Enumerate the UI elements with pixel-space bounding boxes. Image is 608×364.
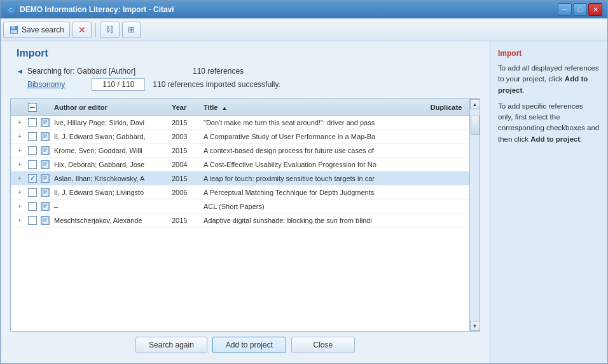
- cell-year: 2015: [169, 119, 201, 126]
- row-expand-icon[interactable]: +: [13, 161, 26, 168]
- svg-rect-10: [42, 133, 48, 140]
- success-message: 110 references imported successfully.: [153, 80, 280, 89]
- row-expand-icon[interactable]: +: [13, 189, 26, 196]
- scroll-down-button[interactable]: ▼: [470, 321, 480, 331]
- cancel-icon: ✕: [78, 25, 86, 35]
- cell-year: 2015: [169, 217, 201, 224]
- cell-author: Meschtscherjakov, Alexande: [52, 217, 169, 224]
- main-content: Import ◄ Searching for: Gabbard [Author]…: [1, 41, 607, 363]
- row-type-icon: [39, 174, 52, 183]
- svg-rect-5: [30, 107, 35, 108]
- svg-rect-4: [11, 30, 17, 33]
- row-checkbox[interactable]: ✓: [28, 174, 37, 183]
- cell-author: –: [52, 203, 169, 210]
- col-header-year[interactable]: Year: [169, 104, 201, 111]
- window-controls: ─ □ ✕: [558, 3, 602, 16]
- save-search-label: Save search: [22, 25, 64, 34]
- import-title: Import: [17, 48, 480, 59]
- search-again-button[interactable]: Search again: [135, 337, 207, 353]
- row-type-icon: [39, 188, 52, 197]
- row-type-icon: [39, 118, 52, 127]
- row-expand-icon[interactable]: +: [13, 147, 26, 154]
- close-button[interactable]: Close: [291, 337, 355, 353]
- scroll-track[interactable]: [470, 109, 480, 321]
- cell-author: Krome, Sven; Goddard, Willi: [52, 147, 169, 154]
- table-row[interactable]: + II, J. Edward Swan; Livingsto 2006: [11, 185, 469, 199]
- add-to-project-button[interactable]: Add to project: [212, 337, 286, 353]
- table-row[interactable]: + Ive, Hillary Page; Sirkin, Davi 2015: [11, 116, 469, 130]
- link-button[interactable]: ⛓: [100, 22, 120, 38]
- row-checkbox[interactable]: [28, 146, 37, 155]
- maximize-button[interactable]: □: [573, 3, 587, 16]
- svg-rect-34: [42, 217, 48, 224]
- window-close-button[interactable]: ✕: [588, 3, 602, 16]
- row-checkbox[interactable]: [28, 216, 37, 225]
- svg-text:C: C: [9, 7, 13, 13]
- cell-title: A context-based design process for futur…: [201, 147, 425, 154]
- table-row[interactable]: + Hix, Deborah; Gabbard, Jose 2004: [11, 158, 469, 172]
- grid-icon: ⊞: [128, 25, 135, 34]
- cell-author: II, J. Edward Swan; Livingsto: [52, 189, 169, 196]
- table-row[interactable]: + II, J. Edward Swan; Gabbard, 2003: [11, 130, 469, 144]
- left-panel: Import ◄ Searching for: Gabbard [Author]…: [1, 41, 490, 363]
- scroll-thumb[interactable]: [471, 116, 480, 135]
- table-row[interactable]: + – ACL (Short Papers): [11, 199, 469, 213]
- svg-rect-22: [42, 175, 48, 182]
- table-row[interactable]: + Meschtscherjakov, Alexande 2015: [11, 213, 469, 227]
- source-link[interactable]: Bibsonomy: [27, 80, 65, 89]
- document-icon: [41, 202, 50, 211]
- minimize-button[interactable]: ─: [558, 3, 572, 16]
- row-checkbox[interactable]: [28, 188, 37, 197]
- save-search-button[interactable]: Save search: [3, 22, 70, 38]
- row-type-icon: [39, 160, 52, 169]
- table-body: + Ive, Hillary Page; Sirkin, Davi 2015: [11, 116, 469, 331]
- row-type-icon: [39, 146, 52, 155]
- cell-title: A Cost-Effective Usability Evaluation Pr…: [201, 161, 425, 168]
- cell-title: A Perceptual Matching Technique for Dept…: [201, 189, 425, 196]
- svg-rect-30: [42, 203, 48, 210]
- row-type-icon: [39, 202, 52, 211]
- toolbar: Save search ✕ ⛓ ⊞: [1, 18, 607, 41]
- document-icon: [41, 174, 50, 183]
- vertical-scrollbar[interactable]: ▲ ▼: [469, 99, 480, 331]
- search-info: ◄ Searching for: Gabbard [Author] 110 re…: [17, 67, 480, 91]
- col-header-author[interactable]: Author or editor: [52, 104, 169, 111]
- cell-title: A Comparative Study of User Performance …: [201, 133, 425, 140]
- row-type-icon: [39, 132, 52, 141]
- window-title: DEMO Information Literacy: Import - Cita…: [20, 5, 558, 14]
- save-icon: [9, 25, 19, 35]
- grid-button[interactable]: ⊞: [122, 22, 141, 38]
- row-type-icon: [39, 216, 52, 225]
- cell-author: Hix, Deborah; Gabbard, Jose: [52, 161, 169, 168]
- col-header-title[interactable]: Title ▲: [201, 104, 425, 111]
- title-bar: C DEMO Information Literacy: Import - Ci…: [1, 1, 607, 18]
- table-row[interactable]: + ✓ Aslan, Ilhan; Krischkowsky, A 2015: [11, 172, 469, 185]
- help-title: Import: [498, 49, 600, 58]
- table-inner: Author or editor Year Title ▲ Duplicate …: [11, 99, 469, 331]
- row-expand-icon[interactable]: +: [13, 217, 26, 224]
- header-checkbox-area[interactable]: [26, 103, 39, 112]
- select-all-checkbox[interactable]: [28, 103, 37, 112]
- row-checkbox[interactable]: [28, 118, 37, 127]
- cancel-button[interactable]: ✕: [73, 22, 92, 38]
- collapse-arrow[interactable]: ◄: [17, 67, 24, 75]
- row-expand-icon[interactable]: +: [13, 175, 26, 182]
- document-icon: [41, 146, 50, 155]
- cell-title: Adaptive digital sunshade: blocking the …: [201, 217, 425, 224]
- scroll-up-button[interactable]: ▲: [470, 99, 480, 109]
- toolbar-separator: [95, 23, 96, 37]
- row-checkbox[interactable]: [28, 160, 37, 169]
- row-checkbox[interactable]: [28, 202, 37, 211]
- cell-author: Ive, Hillary Page; Sirkin, Davi: [52, 119, 169, 126]
- link-icon: ⛓: [106, 25, 114, 34]
- row-expand-icon[interactable]: +: [13, 119, 26, 126]
- table-row[interactable]: + Krome, Sven; Goddard, Willi 2015: [11, 144, 469, 158]
- row-expand-icon[interactable]: +: [13, 133, 26, 140]
- row-checkbox[interactable]: [28, 132, 37, 141]
- row-expand-icon[interactable]: +: [13, 203, 26, 210]
- svg-rect-6: [42, 119, 48, 126]
- cell-title: ACL (Short Papers): [201, 203, 425, 210]
- col-header-duplicate[interactable]: Duplicate: [425, 104, 467, 111]
- help-paragraph-1: To add all displayed references to your …: [498, 63, 600, 96]
- cell-year: 2015: [169, 175, 201, 182]
